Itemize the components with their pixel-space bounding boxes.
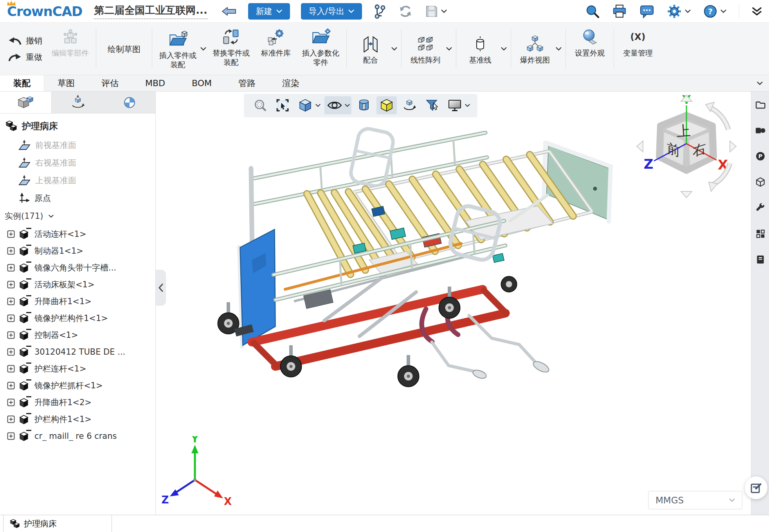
chevron-down-icon[interactable] <box>446 47 452 51</box>
chevron-down-icon[interactable] <box>315 104 321 107</box>
tree-item[interactable]: 镜像六角头带十字槽... <box>0 259 155 276</box>
expand-plus-icon[interactable] <box>7 314 15 322</box>
expand-plus-icon[interactable] <box>7 382 15 390</box>
tree-item[interactable]: 升降曲杆1<2> <box>0 394 155 411</box>
chevron-down-icon[interactable] <box>200 47 206 51</box>
double-chevron-down-icon[interactable] <box>752 7 762 16</box>
tree-item[interactable]: 控制器<1> <box>0 326 155 343</box>
viewport-3d[interactable]: 上 前 右 Y Z X Y X Z <box>156 92 751 515</box>
linear-pattern-button[interactable]: 线性阵列 <box>404 30 447 68</box>
expand-plus-icon[interactable] <box>7 281 15 289</box>
chevron-down-icon[interactable] <box>465 104 470 107</box>
mate-button[interactable]: 配合 <box>349 30 392 68</box>
box-select-button[interactable] <box>272 96 293 114</box>
tree-node-top-plane[interactable]: 上视基准面 <box>0 171 155 189</box>
tree-item[interactable]: 活动床板架<1> <box>0 276 155 293</box>
insert-parametric-button[interactable]: 插入参数化 零件 <box>297 23 344 75</box>
annotation-button[interactable] <box>745 476 767 499</box>
rotate-down-arrow[interactable] <box>681 191 692 198</box>
folder-icon[interactable] <box>755 99 765 110</box>
redo-button[interactable]: 重做 <box>8 52 42 63</box>
tree-item[interactable]: 护栏连杆<1> <box>0 360 155 377</box>
import-export-button[interactable]: 导入/导出 <box>301 3 362 20</box>
comment-icon[interactable] <box>639 4 654 18</box>
exploded-view-button[interactable]: 爆炸视图 <box>513 30 556 68</box>
tree-item[interactable]: 镜像护栏构件1<1> <box>0 310 155 326</box>
tree-item[interactable]: 护栏构件1<1> <box>0 411 155 427</box>
parameter-p-icon[interactable]: P <box>755 151 765 161</box>
model-box-icon[interactable] <box>755 177 765 187</box>
undo-button[interactable]: 撤销 <box>8 35 42 46</box>
visibility-button[interactable] <box>324 96 345 114</box>
tree-item[interactable]: 制动器1<1> <box>0 242 155 259</box>
expand-plus-icon[interactable] <box>7 415 15 423</box>
search-icon[interactable] <box>585 4 600 18</box>
notebook-icon[interactable] <box>755 254 765 265</box>
insert-part-button[interactable]: 插入零件或 装配 <box>155 25 201 73</box>
tree-root-node[interactable]: 护理病床 <box>0 116 155 136</box>
rotate-left-arrow[interactable] <box>637 141 643 152</box>
selection-filter-button[interactable] <box>422 96 442 114</box>
draw-sketch-button[interactable]: 绘制草图 <box>99 23 149 75</box>
save-button[interactable] <box>425 4 447 18</box>
tab-assembly[interactable]: 装配 <box>0 75 44 91</box>
standard-library-button[interactable]: 标准件库 <box>254 23 297 75</box>
units-selector[interactable]: MMGS <box>648 491 742 509</box>
view-cube-top-label[interactable]: 上 <box>676 122 691 139</box>
tabbar-chevron-down-icon[interactable] <box>757 81 763 85</box>
tree-item[interactable]: cr_ maill_ re 6 crans <box>0 427 155 444</box>
chevron-down-icon[interactable] <box>441 9 447 13</box>
edit-component-button[interactable]: 编辑零部件 <box>47 23 94 75</box>
tab-render[interactable]: 渲染 <box>269 75 313 91</box>
chevron-down-icon[interactable] <box>556 47 562 51</box>
expand-plus-icon[interactable] <box>7 298 15 305</box>
expand-plus-icon[interactable] <box>7 247 15 255</box>
panel-tab-tree[interactable] <box>0 92 52 113</box>
chevron-down-icon[interactable] <box>345 104 350 107</box>
replace-part-button[interactable]: 替换零件或 装配 <box>208 23 254 75</box>
expand-plus-icon[interactable] <box>7 230 15 238</box>
tab-mbd[interactable]: MBD <box>132 75 178 91</box>
tree-item[interactable]: 镜像护栏抓杆<1> <box>0 377 155 394</box>
tab-evaluate[interactable]: 评估 <box>88 75 132 91</box>
document-title[interactable]: 第二届全国工业互联网... <box>94 4 207 19</box>
tree-item[interactable]: 升降曲杆1<1> <box>0 293 155 310</box>
rotate-view-button[interactable] <box>399 96 420 114</box>
datum-axis-button[interactable]: 基准线 <box>459 30 502 68</box>
tab-bom[interactable]: BOM <box>178 75 225 91</box>
panel-tab-section[interactable] <box>104 92 155 113</box>
section-view-button[interactable] <box>354 96 374 114</box>
branch-button[interactable] <box>374 4 386 19</box>
expand-plus-icon[interactable] <box>7 399 15 406</box>
panel-tab-motion[interactable] <box>52 92 103 113</box>
rotate-right-arrow[interactable] <box>730 141 736 152</box>
refresh-button[interactable] <box>398 4 413 19</box>
zoom-fit-button[interactable] <box>250 96 270 114</box>
apps-grid-icon[interactable] <box>755 229 765 239</box>
appearance-display-button[interactable] <box>376 96 397 114</box>
expand-plus-icon[interactable] <box>7 331 15 339</box>
tree-node-right-plane[interactable]: 右视基准面 <box>0 154 155 171</box>
help-button[interactable]: ? <box>703 4 726 18</box>
variable-manage-button[interactable]: (X) 变量管理 <box>616 23 659 75</box>
tree-instances-header[interactable]: 实例(171) <box>0 207 155 225</box>
expand-plus-icon[interactable] <box>7 432 15 440</box>
tree-item[interactable]: 30120412 TUBE DE ... <box>0 343 155 360</box>
view-cube[interactable]: 上 前 右 Y Z X <box>634 94 739 199</box>
media-icon[interactable] <box>755 125 765 135</box>
tree-node-front-plane[interactable]: 前视基准面 <box>0 136 155 154</box>
document-tab[interactable]: 护理病床 <box>3 515 112 532</box>
expand-plus-icon[interactable] <box>7 365 15 373</box>
settings-button[interactable] <box>667 4 691 19</box>
chevron-down-icon[interactable] <box>391 47 397 51</box>
display-settings-button[interactable] <box>445 96 465 114</box>
print-icon[interactable] <box>612 4 627 18</box>
back-arrow-icon[interactable] <box>221 6 237 17</box>
panel-collapse-button[interactable] <box>156 270 166 306</box>
set-appearance-button[interactable]: 设置外观 <box>568 23 611 75</box>
view-orientation-button[interactable] <box>295 96 315 114</box>
tab-piping[interactable]: 管路 <box>225 75 269 91</box>
tab-sketch[interactable]: 草图 <box>44 75 88 91</box>
tree-node-origin[interactable]: 原点 <box>0 189 155 207</box>
new-button[interactable]: 新建 <box>248 3 290 20</box>
